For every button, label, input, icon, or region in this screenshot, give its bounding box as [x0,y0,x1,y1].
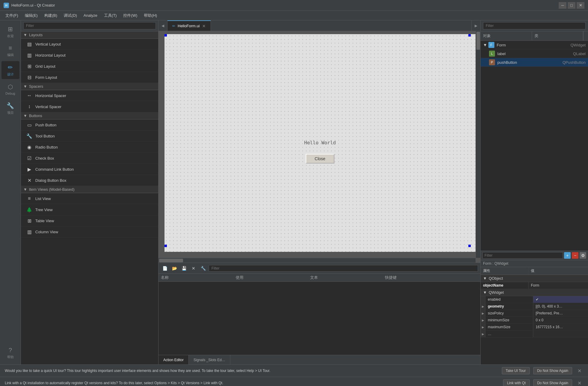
tab-helloform[interactable]: ✏ HelloForm.ui ✕ [167,20,211,31]
do-not-show-again-button-2[interactable]: Do Not Show Again [533,379,572,386]
config-action-btn[interactable]: 🔧 [199,264,207,272]
props-gear-button[interactable]: ⚙ [580,252,586,259]
widget-command-link-button[interactable]: ▶ Command Link Button [21,164,158,175]
menu-edit[interactable]: 编辑(E) [22,12,41,19]
new-action-btn[interactable]: 📄 [161,264,169,272]
geometry-expand[interactable]: ▶ [481,303,485,310]
widget-push-button[interactable]: ▭ Push Button [21,119,158,131]
prop-value-objectname[interactable]: Form [528,282,588,289]
take-ui-tour-button[interactable]: Take UI Tour [502,367,530,374]
tree-row-label[interactable]: L label QLabel [481,49,588,58]
props-row-geometry[interactable]: ▶ geometry [(0, 0), 400 x 3… [481,303,588,310]
widget-vertical-spacer[interactable]: ↕ Vertical Spacer [21,101,158,112]
props-row-objectname[interactable]: objectName Form [481,282,588,289]
handle-tr[interactable] [468,34,471,37]
activity-design[interactable]: ✏ 设计 [1,61,19,79]
tree-row-pushbutton[interactable]: P pushButton QPushButton [481,58,588,67]
maxsize-expand[interactable]: ▶ [481,324,485,330]
widget-form-layout[interactable]: ⊟ Form Layout [21,72,158,83]
widget-tool-button[interactable]: 🔧 Tool Button [21,131,158,142]
props-row-enabled[interactable]: enabled ✔ [481,296,588,303]
more-expand[interactable]: ▶ [481,331,485,337]
menu-debug[interactable]: 调试(D) [61,12,80,19]
action-filter-input[interactable] [209,265,478,272]
table-view-icon: ⊞ [26,217,33,224]
widget-horizontal-layout[interactable]: ▥ Horizontal Layout [21,50,158,61]
menu-help[interactable]: 帮助(H) [141,12,160,19]
tab-action-editor[interactable]: Action Editor [159,355,189,364]
widget-tree-view[interactable]: 🌲 Tree View [21,204,158,215]
maximize-button[interactable]: □ [568,2,575,9]
projects-label: 项目 [7,110,14,115]
tab-signals-slots[interactable]: Signals _Slots Ed… [189,355,230,364]
widget-column-view[interactable]: ▥ Column View [21,226,158,237]
help-label: 帮助 [7,355,14,359]
widget-grid-layout[interactable]: ⊞ Grid Layout [21,61,158,72]
list-view-icon: ≡ [26,195,33,202]
props-minus-button[interactable]: − [572,252,578,259]
prop-value-minsize[interactable]: 0 x 0 [533,317,588,323]
tree-pushbutton-type: QPushButton [563,60,586,65]
prop-value-sizepolicy[interactable]: [Preferred, Pre… [533,310,588,317]
save-action-btn[interactable]: 💾 [180,264,188,272]
delete-action-btn[interactable]: ✕ [190,264,197,272]
props-row-minsize[interactable]: ▶ minimumSize 0 x 0 [481,317,588,324]
props-add-button[interactable]: + [564,252,571,259]
menu-widgets[interactable]: 控件(W) [120,12,140,19]
tab-scroll-right[interactable]: ▶ [471,20,480,31]
form-canvas: Hello World Close [164,34,476,252]
category-layouts: ▼ Layouts [21,31,158,39]
notification-close-1[interactable]: ✕ [576,367,583,374]
props-group-qobject: ▼ QObject [481,275,588,282]
widget-filter-input[interactable] [23,22,156,29]
link-with-qt-button[interactable]: Link with Qt [503,379,530,386]
design-canvas[interactable]: Hello World Close [159,31,480,263]
widget-dialog-button-box[interactable]: ✕ Dialog Button Box [21,175,158,186]
widget-check-box[interactable]: ☑ Check Box [21,153,158,164]
menu-build[interactable]: 构建(B) [41,12,60,19]
handle-br[interactable] [468,245,471,247]
object-filter-input[interactable] [483,22,586,29]
prop-value-maxsize[interactable]: 16777215 x 16… [533,324,588,330]
minimize-button[interactable]: ─ [559,2,566,9]
grid-layout-icon: ⊞ [26,63,33,70]
props-col-value: 值 [528,267,583,275]
activity-help[interactable]: ? 帮助 [1,344,19,362]
widget-list-view[interactable]: ≡ List View [21,193,158,204]
open-action-btn[interactable]: 📂 [170,264,178,272]
widget-horizontal-spacer[interactable]: ↔ Horizontal Spacer [21,90,158,101]
canvas-scrollbar-vertical[interactable] [476,31,480,258]
canvas-close-button[interactable]: Close [306,154,334,164]
props-row-more: ▶ … [481,331,588,337]
tree-row-form[interactable]: ▼ F Form QWidget [481,41,588,49]
canvas-scrollbar-horizontal[interactable] [159,258,476,263]
do-not-show-again-button-1[interactable]: Do Not Show Again [533,367,572,374]
widget-vertical-layout[interactable]: ▤ Vertical Layout [21,39,158,50]
handle-bl[interactable] [164,245,167,247]
sizepolicy-expand[interactable]: ▶ [481,310,485,317]
widget-table-view[interactable]: ⊞ Table View [21,215,158,226]
menu-file[interactable]: 文件(F) [2,12,21,19]
minsize-expand[interactable]: ▶ [481,317,485,323]
tab-scroll-left[interactable]: ◀ [159,20,167,31]
props-row-sizepolicy[interactable]: ▶ sizePolicy [Preferred, Pre… [481,310,588,317]
collapse-buttons-icon: ▼ [23,113,27,118]
activity-edit[interactable]: ≡ 编辑 [1,42,19,60]
menu-analyze[interactable]: Analyze [80,12,100,19]
menu-tools[interactable]: 工具(T) [101,12,120,19]
props-filter-input[interactable] [482,252,563,259]
prop-value-geometry[interactable]: [(0, 0), 400 x 3… [533,303,588,310]
close-button[interactable]: ✕ [577,2,584,9]
prop-value-enabled[interactable]: ✔ [533,296,588,303]
notification-close-2[interactable]: ✕ [576,380,583,386]
props-row-maxsize[interactable]: ▶ maximumSize 16777215 x 16… [481,324,588,331]
action-table: 名称 使用 文本 快捷键 [159,274,480,355]
activity-welcome[interactable]: ⊞ 欢迎 [1,23,19,41]
notification-area: Would you like to take a quick UI tour? … [0,364,588,386]
widget-radio-button[interactable]: ◉ Radio Button [21,142,158,153]
prop-name-minsize: minimumSize [485,317,533,323]
activity-debug[interactable]: ⬡ Debug [1,80,19,98]
handle-tl[interactable] [164,34,167,37]
tab-close-button[interactable]: ✕ [202,24,206,28]
activity-projects[interactable]: 🔧 项目 [1,99,19,117]
